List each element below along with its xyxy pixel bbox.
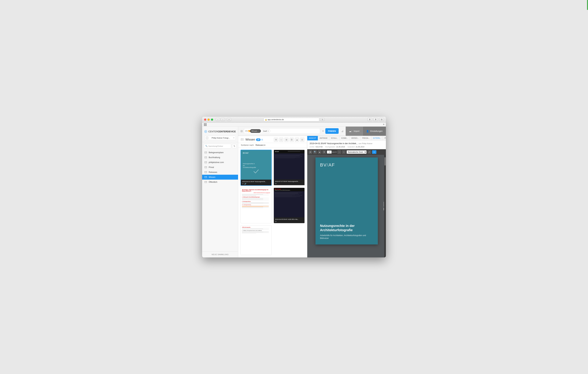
white-text-thumbnail: AGB photography 1. Validity of the gener… bbox=[241, 225, 272, 255]
doc-footer-2: 2019-07-07 BVAF Nutzungsrecht... ✉ bbox=[274, 180, 305, 185]
maximize-button[interactable] bbox=[211, 118, 213, 121]
new-collection-button[interactable]: NEUE SAMMLUNG bbox=[204, 254, 236, 256]
detail-info-row: Größe 410,8 KB Hochgeladen 21.05.2019 Ge… bbox=[310, 146, 384, 148]
sidebar-item-label: philipkistner.com bbox=[209, 161, 224, 163]
fullscreen-button[interactable]: ⤢ bbox=[368, 150, 371, 154]
doc-thumb-4: AB Vorlage Allgemeine Geschäftsbedingung… bbox=[274, 188, 305, 217]
sidebar-item-privat[interactable]: Privat bbox=[202, 165, 238, 170]
pdf-scrollbar[interactable] bbox=[384, 155, 386, 257]
back-button[interactable]: ‹ bbox=[216, 118, 220, 121]
page-number-input[interactable]: 1 bbox=[327, 150, 332, 153]
forward-button[interactable]: › bbox=[221, 118, 225, 121]
prev-page-button[interactable]: ▲ bbox=[318, 150, 321, 154]
reader-view-button[interactable]: ≡ bbox=[227, 118, 231, 121]
tab-extern[interactable]: EXTERN... bbox=[371, 136, 383, 140]
sidebar-item-wissen[interactable]: Wissen bbox=[202, 175, 238, 180]
sidebar-footer: NEUE SAMMLUNG bbox=[202, 251, 238, 257]
search-clear-button[interactable]: ✕ bbox=[322, 130, 324, 132]
doc-icons-4: ✉ bbox=[275, 221, 303, 223]
tag-wissen-close[interactable]: ✕ bbox=[258, 130, 260, 132]
layout-button[interactable]: ⊟ bbox=[300, 138, 304, 142]
sidebar-item-oeffentlich[interactable]: Öffentlich bbox=[202, 180, 238, 184]
sidebar-item-buchhaltung[interactable]: Buchhaltung bbox=[202, 155, 238, 160]
logo-area: CENTERCENTERDEVICE bbox=[204, 129, 236, 134]
doc-card-2[interactable]: BV/AF bbox=[274, 150, 305, 186]
zoom-in-button[interactable]: 🔍 bbox=[313, 150, 317, 154]
settings-button[interactable]: 👤 Einstellungen bbox=[363, 127, 386, 136]
doc-card-4[interactable]: AB Vorlage Allgemeine Geschäftsbedingung… bbox=[274, 188, 305, 223]
grid-view-button[interactable]: ⊞ bbox=[284, 138, 289, 142]
chevron-down-icon: ▾ bbox=[233, 137, 234, 139]
zoom-in-plus-button[interactable]: + bbox=[342, 150, 346, 154]
reload-button[interactable]: ↻ bbox=[320, 118, 325, 121]
sidebar-item-label: Privat bbox=[209, 166, 214, 169]
collection-title: Wissen 20 ⎘ bbox=[241, 138, 263, 141]
detail-modified: Geändert 21.05.2019 bbox=[347, 146, 364, 148]
sidebar-item-belegexemplare[interactable]: Belegexemplare bbox=[202, 150, 238, 155]
next-page-button[interactable]: ▼ bbox=[322, 150, 326, 154]
gear-button[interactable]: ⚙ bbox=[274, 138, 278, 142]
link-button[interactable]: ⛓ bbox=[290, 138, 294, 142]
page-info: 1 von 6 bbox=[327, 150, 336, 153]
copy-icon[interactable]: ⎘ bbox=[262, 139, 263, 141]
zoom-select[interactable]: Automatischer Zoom 50% 75% 100% 150% bbox=[347, 150, 367, 154]
filter-icon[interactable]: ⊿ bbox=[341, 129, 343, 133]
sidebar-toggle-button[interactable]: ☰ bbox=[309, 150, 312, 154]
tab-freigaben[interactable]: FREIGA... bbox=[361, 136, 372, 140]
tab-ansicht[interactable]: ANSICHT bbox=[307, 136, 318, 140]
collection-search-input[interactable]: 🔍 Sammlung/Ordner bbox=[204, 144, 231, 149]
minimize-button[interactable] bbox=[208, 118, 210, 121]
top-bar: ⊟ ▶ Wissen ✕ bvaf ✕ bbox=[238, 127, 386, 136]
tab-schlagworte[interactable]: SCHLA... bbox=[329, 136, 340, 140]
logo-text: CENTERCENTERDEVICE bbox=[208, 130, 236, 133]
url-bar[interactable]: 🔒 app.centerdevice.de bbox=[263, 118, 319, 121]
tab-versionen[interactable]: VERSIO... bbox=[349, 136, 360, 140]
user-icon: □ bbox=[206, 137, 208, 139]
envelope-icon: ✉ bbox=[242, 183, 243, 185]
tag-bvaf[interactable]: bvaf ✕ bbox=[262, 129, 270, 133]
envelope-icon bbox=[204, 156, 207, 159]
checkmark-icon bbox=[253, 168, 259, 175]
zoom-out-button[interactable]: − bbox=[337, 150, 341, 154]
sidebar-item-philipkistner[interactable]: philipkistner.com bbox=[202, 160, 238, 165]
sort-select[interactable]: Relevanz ▾ bbox=[255, 144, 265, 146]
tag-wissen[interactable]: Wissen ✕ bbox=[250, 129, 261, 133]
sort-bar: Sortieren nach: Relevanz ▾ bbox=[238, 143, 307, 148]
tag-bvaf-close[interactable]: ✕ bbox=[267, 130, 269, 132]
sidebar-item-releases[interactable]: Releases bbox=[202, 170, 238, 175]
sort-button[interactable]: ⇅ bbox=[232, 144, 236, 148]
download-button[interactable]: ⬇ bbox=[368, 118, 372, 121]
doc-card-1[interactable]: BV/AF Nutzungsrechte in der Architekturf… bbox=[241, 150, 272, 186]
envelope-tag-icon bbox=[245, 130, 247, 132]
titlebar-right: ⬇ ⬆ ⧉ bbox=[368, 118, 384, 121]
envelope-icon bbox=[204, 161, 207, 164]
tab-protokoll[interactable]: PROTO... bbox=[383, 136, 386, 140]
bvaf-cover-subtitle: Arbeitshilfe für Architekten, Architektu… bbox=[320, 234, 373, 240]
apps-icon[interactable] bbox=[203, 123, 207, 126]
sort-label: Sortieren nach: bbox=[241, 144, 254, 146]
new-tab-button[interactable]: ⧉ bbox=[379, 118, 384, 121]
doc-card-3[interactable]: AB Vorlage ▸ Allgemeine Geschäftsbedingu… bbox=[241, 188, 272, 223]
tab-anfrage[interactable]: ANFRAGE bbox=[318, 136, 329, 140]
doc-thumb-5: AGB photography 1. Validity of the gener… bbox=[241, 225, 272, 255]
envelope-icon bbox=[204, 176, 207, 179]
new-tab-plus-button[interactable]: + bbox=[383, 123, 385, 126]
user-select[interactable]: □ Philip Kistner Fotogr... ▾ bbox=[204, 136, 236, 140]
doc-card-5[interactable]: AGB photography 1. Validity of the gener… bbox=[241, 225, 272, 255]
bookmark-icon[interactable]: ⊟ bbox=[241, 129, 243, 133]
share-button[interactable]: ⬆ bbox=[373, 118, 378, 121]
cloud-button[interactable]: ☁ bbox=[295, 138, 299, 142]
doc-thumb-3: AB Vorlage ▸ Allgemeine Geschäftsbedingu… bbox=[241, 188, 272, 217]
side-lines bbox=[384, 202, 384, 210]
find-button[interactable]: FINDEN bbox=[325, 128, 338, 134]
sidebar-item-label: Buchhaltung bbox=[209, 156, 220, 159]
more-options-button[interactable]: » bbox=[372, 150, 376, 154]
search-icon: 🔍 bbox=[205, 145, 208, 147]
envelope-icon bbox=[204, 151, 207, 154]
tab-kommentar[interactable]: KOMM... bbox=[340, 136, 349, 140]
close-button[interactable] bbox=[204, 118, 206, 121]
detail-uploaded: Hochgeladen 21.05.2019 bbox=[325, 146, 345, 148]
folder-button[interactable]: □ bbox=[279, 138, 283, 142]
bvaf-cover-page: BV/AF Nutzungsrechte in der Architekturf… bbox=[315, 158, 378, 245]
import-button[interactable]: ☁↑ Import bbox=[346, 127, 363, 136]
